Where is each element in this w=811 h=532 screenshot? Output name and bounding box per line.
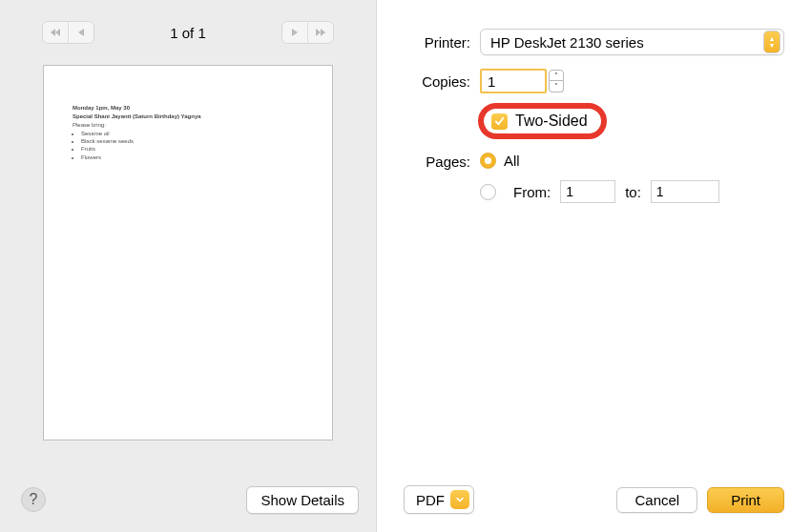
printer-select[interactable]: HP DeskJet 2130 series ▲▼	[480, 29, 784, 55]
copies-stepper[interactable]: ˄ ˅	[549, 70, 564, 92]
select-stepper-icon: ▲▼	[763, 31, 780, 53]
pages-from-label: From:	[513, 184, 551, 200]
help-button[interactable]: ?	[21, 487, 46, 512]
pages-options: All From: to:	[480, 153, 719, 203]
page-indicator: 1 of 1	[170, 25, 206, 41]
printer-label: Printer:	[404, 34, 480, 51]
printer-row: Printer: HP DeskJet 2130 series ▲▼	[404, 29, 784, 55]
preview-footer: ? Show Details	[0, 467, 376, 532]
cancel-button[interactable]: Cancel	[616, 487, 697, 513]
pages-from-input[interactable]	[560, 180, 615, 203]
pages-range-option[interactable]: From: to:	[480, 180, 719, 203]
preview-list-item: Flowers	[81, 153, 303, 161]
preview-list: Sesame oil Black sesame seeds Fruits Flo…	[81, 130, 303, 160]
pdf-menu-button[interactable]: PDF	[404, 485, 474, 514]
copies-up-button[interactable]: ˄	[549, 70, 564, 81]
pager: 1 of 1	[0, 0, 376, 65]
preview-line: Special Shani Jayanti (Saturn Birthday) …	[73, 113, 303, 120]
pages-all-radio[interactable]	[480, 153, 496, 169]
print-dialog: 1 of 1 Monday 1pm, May 30 Special Shani …	[0, 0, 811, 532]
help-icon: ?	[30, 491, 38, 508]
page-preview: Monday 1pm, May 30 Special Shani Jayanti…	[0, 65, 376, 467]
two-sided-checkbox[interactable]	[491, 113, 508, 130]
preview-list-item: Black sesame seeds	[81, 137, 303, 145]
pager-next-group[interactable]	[281, 21, 334, 44]
pages-all-label: All	[504, 153, 520, 169]
pager-prev-group[interactable]	[42, 21, 94, 44]
two-sided-label: Two-Sided	[515, 113, 588, 130]
first-page-button[interactable]	[43, 22, 68, 43]
preview-list-item: Fruits	[81, 145, 303, 153]
settings-panel: Printer: HP DeskJet 2130 series ▲▼ Copie…	[377, 0, 811, 532]
dialog-footer: PDF Cancel Print	[404, 467, 784, 532]
pdf-label: PDF	[416, 492, 445, 508]
pages-row: Pages: All From: to:	[404, 153, 784, 203]
pages-all-option[interactable]: All	[480, 153, 719, 169]
print-form: Printer: HP DeskJet 2130 series ▲▼ Copie…	[404, 29, 784, 467]
printer-value: HP DeskJet 2130 series	[490, 34, 644, 51]
copies-down-button[interactable]: ˅	[549, 81, 564, 92]
preview-line: Please bring:	[73, 121, 303, 129]
last-page-button[interactable]	[308, 22, 333, 43]
preview-list-item: Sesame oil	[81, 130, 303, 137]
print-button[interactable]: Print	[707, 487, 784, 513]
pages-range-radio[interactable]	[480, 184, 496, 200]
two-sided-row: Two-Sided	[478, 103, 784, 139]
copies-label: Copies:	[404, 73, 480, 90]
preview-line: Monday 1pm, May 30	[73, 104, 303, 112]
next-page-button[interactable]	[282, 22, 307, 43]
copies-input[interactable]	[480, 69, 547, 93]
highlight-annotation: Two-Sided	[478, 103, 607, 139]
copies-row: Copies: ˄ ˅	[404, 69, 784, 93]
chevron-down-icon	[450, 490, 469, 509]
preview-page: Monday 1pm, May 30 Special Shani Jayanti…	[43, 65, 333, 440]
show-details-button[interactable]: Show Details	[246, 486, 359, 514]
pages-to-input[interactable]	[651, 180, 719, 203]
pages-to-label: to:	[625, 184, 641, 200]
pages-label: Pages:	[404, 153, 480, 170]
preview-panel: 1 of 1 Monday 1pm, May 30 Special Shani …	[0, 0, 377, 532]
prev-page-button[interactable]	[69, 22, 94, 43]
